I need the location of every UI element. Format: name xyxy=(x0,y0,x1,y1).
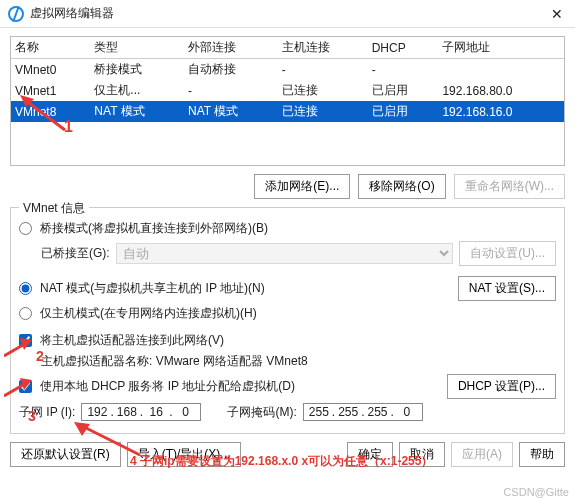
connect-host-checkbox[interactable] xyxy=(19,334,32,347)
help-button[interactable]: 帮助 xyxy=(519,442,565,467)
window-title: 虚拟网络编辑器 xyxy=(30,5,547,22)
watermark: CSDN@Gitte xyxy=(503,486,569,498)
network-table: 名称 类型 外部连接 主机连接 DHCP 子网地址 VMnet0 桥接模式 自动… xyxy=(10,36,565,166)
table-row[interactable]: VMnet1 仅主机... - 已连接 已启用 192.168.80.0 xyxy=(11,80,564,101)
subnet-mask-label: 子网掩码(M): xyxy=(227,404,296,421)
col-ext[interactable]: 外部连接 xyxy=(184,37,278,59)
bridge-to-select: 自动 xyxy=(116,243,454,264)
app-icon xyxy=(8,6,24,22)
adapter-name-label: 主机虚拟适配器名称: VMware 网络适配器 VMnet8 xyxy=(41,353,308,370)
nat-settings-button[interactable]: NAT 设置(S)... xyxy=(458,276,556,301)
restore-defaults-button[interactable]: 还原默认设置(R) xyxy=(10,442,121,467)
hostonly-mode-radio[interactable] xyxy=(19,307,32,320)
bridge-mode-label: 桥接模式(将虚拟机直接连接到外部网络)(B) xyxy=(40,220,268,237)
col-name[interactable]: 名称 xyxy=(11,37,90,59)
close-button[interactable]: ✕ xyxy=(547,6,567,22)
add-network-button[interactable]: 添加网络(E)... xyxy=(254,174,350,199)
vmnet-info-group: VMnet 信息 桥接模式(将虚拟机直接连接到外部网络)(B) 已桥接至(G):… xyxy=(10,207,565,434)
col-type[interactable]: 类型 xyxy=(90,37,184,59)
nat-mode-radio[interactable] xyxy=(19,282,32,295)
table-row[interactable]: VMnet0 桥接模式 自动桥接 - - xyxy=(11,59,564,81)
use-dhcp-label: 使用本地 DHCP 服务将 IP 地址分配给虚拟机(D) xyxy=(40,378,295,395)
subnet-ip-label: 子网 IP (I): xyxy=(19,404,75,421)
subnet-ip-input[interactable]: 192. 168. 16. 0 xyxy=(81,403,201,421)
connect-host-label: 将主机虚拟适配器连接到此网络(V) xyxy=(40,332,224,349)
hostonly-mode-label: 仅主机模式(在专用网络内连接虚拟机)(H) xyxy=(40,305,257,322)
bridge-to-label: 已桥接至(G): xyxy=(41,245,110,262)
table-row-selected[interactable]: VMnet8 NAT 模式 NAT 模式 已连接 已启用 192.168.16.… xyxy=(11,101,564,122)
subnet-mask-input[interactable]: 255. 255. 255. 0 xyxy=(303,403,423,421)
rename-network-button: 重命名网络(W)... xyxy=(454,174,565,199)
col-subnet[interactable]: 子网地址 xyxy=(438,37,564,59)
annotation-4: 4 子网ip需要设置为192.168.x.0 x可以为任意（x:1-255） xyxy=(130,453,433,470)
col-host[interactable]: 主机连接 xyxy=(278,37,368,59)
nat-mode-label: NAT 模式(与虚拟机共享主机的 IP 地址)(N) xyxy=(40,280,265,297)
remove-network-button[interactable]: 移除网络(O) xyxy=(358,174,445,199)
dhcp-settings-button[interactable]: DHCP 设置(P)... xyxy=(447,374,556,399)
table-header-row: 名称 类型 外部连接 主机连接 DHCP 子网地址 xyxy=(11,37,564,59)
col-dhcp[interactable]: DHCP xyxy=(368,37,439,59)
group-legend: VMnet 信息 xyxy=(19,200,89,217)
title-bar: 虚拟网络编辑器 ✕ xyxy=(0,0,575,28)
use-dhcp-checkbox[interactable] xyxy=(19,380,32,393)
bridge-mode-radio[interactable] xyxy=(19,222,32,235)
auto-settings-button: 自动设置(U)... xyxy=(459,241,556,266)
apply-button: 应用(A) xyxy=(451,442,513,467)
